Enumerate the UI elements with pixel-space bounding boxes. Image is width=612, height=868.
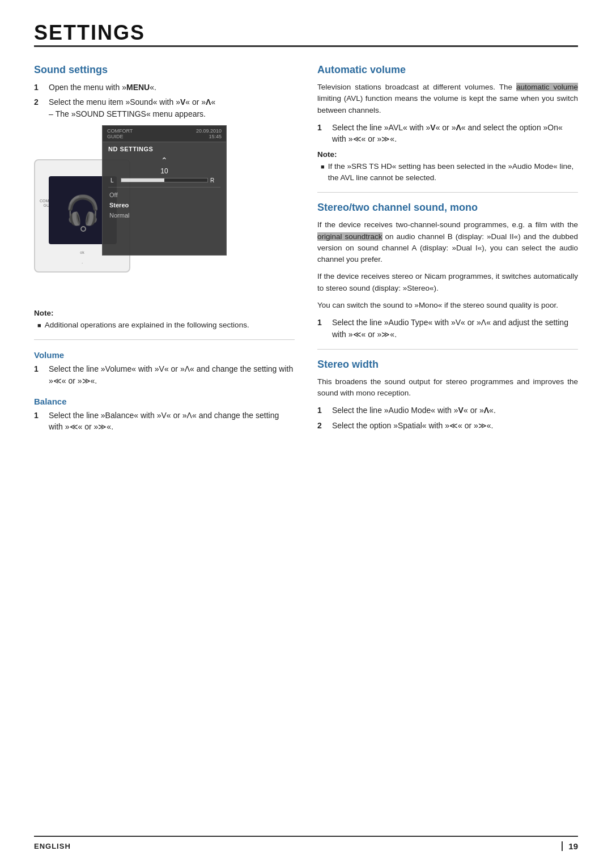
stereo-width-steps: 1 Select the line »Audio Mode« with »V« … bbox=[317, 405, 578, 431]
content-columns: Sound settings 1 Open the menu with »MEN… bbox=[34, 64, 578, 439]
small-dot: · bbox=[82, 261, 83, 266]
stereo-para3: You can switch the sound to »Mono« if th… bbox=[317, 300, 578, 311]
avl-note-text: If the »SRS TS HD« setting has been sele… bbox=[328, 161, 578, 183]
osd-up-arrow-row: ⌃ bbox=[103, 155, 226, 166]
balance-title: Balance bbox=[34, 397, 295, 406]
avl-step-1-num: 1 bbox=[317, 122, 326, 145]
tv-dot bbox=[80, 226, 86, 232]
avl-steps: 1 Select the line »AVL« with »V« or »Λ« … bbox=[317, 122, 578, 145]
avl-step-1: 1 Select the line »AVL« with »V« or »Λ« … bbox=[317, 122, 578, 145]
avl-note-label: Note: bbox=[317, 150, 578, 159]
osd-bar-left: L bbox=[110, 177, 118, 184]
osd-balance-row: L R bbox=[103, 176, 226, 185]
stereo-step-1-num: 1 bbox=[317, 317, 326, 340]
divider-1 bbox=[34, 339, 295, 340]
osd-area: COMFORTGUIDE 🎧 · ok COMFORTGUIDE bbox=[34, 125, 227, 301]
osd-option-normal: Normal bbox=[103, 210, 226, 220]
osd-menu: COMFORTGUIDE 20.09.2010 15:45 ND SETTING… bbox=[102, 125, 227, 256]
step-1-text: Open the menu with »MENU«. bbox=[49, 82, 156, 93]
osd-bar-fill bbox=[121, 178, 164, 182]
osd-menu-title: ND SETTINGS bbox=[103, 142, 226, 155]
osd-sep1 bbox=[108, 187, 220, 188]
avl-note-block: Note: ■ If the »SRS TS HD« setting has b… bbox=[317, 150, 578, 183]
stereo-title: Stereo/two channel sound, mono bbox=[317, 202, 578, 214]
stereo-width-title: Stereo width bbox=[317, 359, 578, 371]
osd-bar-track bbox=[121, 178, 208, 182]
osd-bar-right: R bbox=[210, 177, 218, 184]
page-header: SETTINGS bbox=[34, 23, 578, 47]
note-bullet-icon: ■ bbox=[37, 321, 41, 331]
osd-menu-header: COMFORTGUIDE 20.09.2010 15:45 bbox=[103, 126, 226, 142]
stereo-step-1: 1 Select the line »Audio Type« with »V« … bbox=[317, 317, 578, 340]
osd-option-off: Off bbox=[103, 190, 226, 200]
avl-step-1-text: Select the line »AVL« with »V« or »Λ« an… bbox=[332, 122, 578, 145]
volume-step-1: 1 Select the line »Volume« with »V« or »… bbox=[34, 363, 295, 386]
avl-note-item: ■ If the »SRS TS HD« setting has been se… bbox=[317, 161, 578, 183]
stereo-width-step-2: 2 Select the option »Spatial« with »≪« o… bbox=[317, 420, 578, 431]
balance-step-1: 1 Select the line »Balance« with »V« or … bbox=[34, 410, 295, 433]
footer-page-number: 19 bbox=[562, 841, 578, 851]
osd-option-normal-value: Normal bbox=[109, 212, 129, 219]
sound-settings-title: Sound settings bbox=[34, 64, 295, 76]
automatic-volume-para1: Television stations broadcast at differe… bbox=[317, 82, 578, 116]
volume-step-1-text: Select the line »Volume« with »V« or »Λ«… bbox=[49, 363, 295, 386]
left-note-label: Note: bbox=[34, 309, 295, 317]
sound-settings-steps: 1 Open the menu with »MENU«. 2 Select th… bbox=[34, 82, 295, 120]
volume-steps: 1 Select the line »Volume« with »V« or »… bbox=[34, 363, 295, 386]
osd-up-arrow[interactable]: ⌃ bbox=[161, 156, 168, 165]
stereo-step-1-text: Select the line »Audio Type« with »V« or… bbox=[332, 317, 578, 340]
page-footer: ENGLISH 19 bbox=[34, 836, 578, 851]
osd-option-stereo-value: Stereo bbox=[109, 202, 129, 209]
osd-value-row: 10 bbox=[103, 166, 226, 176]
step-1: 1 Open the menu with »MENU«. bbox=[34, 82, 295, 93]
osd-value: 10 bbox=[160, 167, 168, 175]
left-column: Sound settings 1 Open the menu with »MEN… bbox=[34, 64, 295, 439]
footer-language: ENGLISH bbox=[34, 842, 71, 850]
osd-datetime: 20.09.2010 15:45 bbox=[196, 128, 222, 139]
volume-title: Volume bbox=[34, 350, 295, 360]
page: SETTINGS Sound settings 1 Open the menu … bbox=[0, 0, 612, 868]
avl-note-bullet: ■ bbox=[321, 163, 325, 183]
step-2-text: Select the menu item »Sound« with »V« or… bbox=[49, 96, 215, 120]
headphone-icon: 🎧 bbox=[65, 194, 100, 227]
right-column: Automatic volume Television stations bro… bbox=[317, 64, 578, 439]
step-2: 2 Select the menu item »Sound« with »V« … bbox=[34, 96, 295, 120]
volume-step-1-num: 1 bbox=[34, 363, 43, 386]
left-note-item: ■ Additional operations are explained in… bbox=[34, 320, 295, 331]
stereo-steps: 1 Select the line »Audio Type« with »V« … bbox=[317, 317, 578, 340]
left-note-text: Additional operations are explained in t… bbox=[45, 320, 249, 331]
automatic-volume-title: Automatic volume bbox=[317, 64, 578, 76]
divider-3 bbox=[317, 349, 578, 350]
stereo-width-step-1: 1 Select the line »Audio Mode« with »V« … bbox=[317, 405, 578, 416]
balance-step-1-text: Select the line »Balance« with »V« or »Λ… bbox=[49, 410, 295, 433]
page-title: SETTINGS bbox=[34, 23, 145, 43]
divider-2 bbox=[317, 192, 578, 193]
balance-steps: 1 Select the line »Balance« with »V« or … bbox=[34, 410, 295, 433]
stereo-width-step-2-text: Select the option »Spatial« with »≪« or … bbox=[332, 420, 494, 431]
balance-step-1-num: 1 bbox=[34, 410, 43, 433]
stereo-width-step-2-num: 2 bbox=[317, 420, 326, 431]
osd-comfort-guide: COMFORTGUIDE bbox=[107, 128, 133, 139]
stereo-width-para1: This broadens the sound output for stere… bbox=[317, 376, 578, 399]
stereo-para2: If the device receives stereo or Nicam p… bbox=[317, 271, 578, 294]
step-1-num: 1 bbox=[34, 82, 43, 93]
stereo-width-step-1-text: Select the line »Audio Mode« with »V« or… bbox=[332, 405, 496, 416]
stereo-para1: If the device receives two-channel-sound… bbox=[317, 219, 578, 265]
ok-label: ok bbox=[80, 250, 84, 254]
stereo-width-step-1-num: 1 bbox=[317, 405, 326, 416]
osd-option-off-value: Off bbox=[109, 192, 117, 198]
left-note-block: Note: ■ Additional operations are explai… bbox=[34, 309, 295, 331]
step-2-num: 2 bbox=[34, 96, 43, 120]
osd-option-stereo: Stereo bbox=[103, 200, 226, 210]
